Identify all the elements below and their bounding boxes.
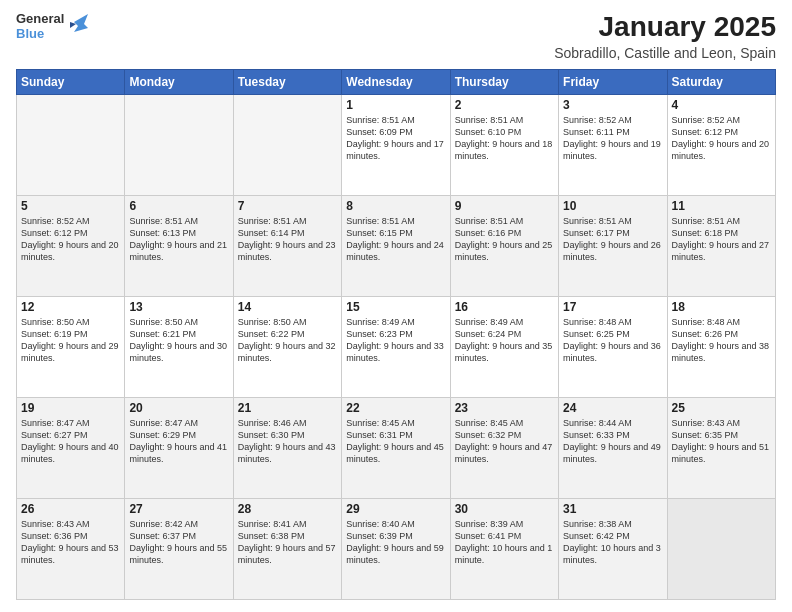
table-row: 24Sunrise: 8:44 AM Sunset: 6:33 PM Dayli…: [559, 397, 667, 498]
table-row: 8Sunrise: 8:51 AM Sunset: 6:15 PM Daylig…: [342, 195, 450, 296]
day-detail-text: Sunrise: 8:43 AM Sunset: 6:35 PM Dayligh…: [672, 417, 771, 466]
calendar-week-row: 12Sunrise: 8:50 AM Sunset: 6:19 PM Dayli…: [17, 296, 776, 397]
day-number: 13: [129, 300, 228, 314]
table-row: 3Sunrise: 8:52 AM Sunset: 6:11 PM Daylig…: [559, 94, 667, 195]
day-number: 7: [238, 199, 337, 213]
table-row: 5Sunrise: 8:52 AM Sunset: 6:12 PM Daylig…: [17, 195, 125, 296]
day-number: 27: [129, 502, 228, 516]
day-number: 2: [455, 98, 554, 112]
day-detail-text: Sunrise: 8:46 AM Sunset: 6:30 PM Dayligh…: [238, 417, 337, 466]
day-number: 31: [563, 502, 662, 516]
day-detail-text: Sunrise: 8:48 AM Sunset: 6:26 PM Dayligh…: [672, 316, 771, 365]
table-row: 28Sunrise: 8:41 AM Sunset: 6:38 PM Dayli…: [233, 498, 341, 599]
logo: General Blue: [16, 12, 88, 42]
page: General Blue January 2025 Sobradillo, Ca…: [0, 0, 792, 612]
table-row: 25Sunrise: 8:43 AM Sunset: 6:35 PM Dayli…: [667, 397, 775, 498]
day-number: 3: [563, 98, 662, 112]
day-number: 8: [346, 199, 445, 213]
table-row: 19Sunrise: 8:47 AM Sunset: 6:27 PM Dayli…: [17, 397, 125, 498]
table-row: 27Sunrise: 8:42 AM Sunset: 6:37 PM Dayli…: [125, 498, 233, 599]
day-number: 28: [238, 502, 337, 516]
calendar-week-row: 1Sunrise: 8:51 AM Sunset: 6:09 PM Daylig…: [17, 94, 776, 195]
day-detail-text: Sunrise: 8:47 AM Sunset: 6:29 PM Dayligh…: [129, 417, 228, 466]
table-row: 14Sunrise: 8:50 AM Sunset: 6:22 PM Dayli…: [233, 296, 341, 397]
table-row: [667, 498, 775, 599]
table-row: 9Sunrise: 8:51 AM Sunset: 6:16 PM Daylig…: [450, 195, 558, 296]
table-row: 6Sunrise: 8:51 AM Sunset: 6:13 PM Daylig…: [125, 195, 233, 296]
day-number: 25: [672, 401, 771, 415]
day-detail-text: Sunrise: 8:44 AM Sunset: 6:33 PM Dayligh…: [563, 417, 662, 466]
day-detail-text: Sunrise: 8:45 AM Sunset: 6:31 PM Dayligh…: [346, 417, 445, 466]
table-row: [233, 94, 341, 195]
day-number: 16: [455, 300, 554, 314]
day-number: 14: [238, 300, 337, 314]
day-detail-text: Sunrise: 8:38 AM Sunset: 6:42 PM Dayligh…: [563, 518, 662, 567]
location-subtitle: Sobradillo, Castille and Leon, Spain: [554, 45, 776, 61]
day-detail-text: Sunrise: 8:51 AM Sunset: 6:09 PM Dayligh…: [346, 114, 445, 163]
day-detail-text: Sunrise: 8:51 AM Sunset: 6:13 PM Dayligh…: [129, 215, 228, 264]
day-detail-text: Sunrise: 8:52 AM Sunset: 6:11 PM Dayligh…: [563, 114, 662, 163]
day-number: 4: [672, 98, 771, 112]
table-row: 29Sunrise: 8:40 AM Sunset: 6:39 PM Dayli…: [342, 498, 450, 599]
day-number: 26: [21, 502, 120, 516]
day-detail-text: Sunrise: 8:49 AM Sunset: 6:24 PM Dayligh…: [455, 316, 554, 365]
day-number: 11: [672, 199, 771, 213]
month-year-title: January 2025: [554, 12, 776, 43]
day-detail-text: Sunrise: 8:48 AM Sunset: 6:25 PM Dayligh…: [563, 316, 662, 365]
table-row: 4Sunrise: 8:52 AM Sunset: 6:12 PM Daylig…: [667, 94, 775, 195]
table-row: 31Sunrise: 8:38 AM Sunset: 6:42 PM Dayli…: [559, 498, 667, 599]
day-detail-text: Sunrise: 8:51 AM Sunset: 6:15 PM Dayligh…: [346, 215, 445, 264]
day-number: 24: [563, 401, 662, 415]
title-section: January 2025 Sobradillo, Castille and Le…: [554, 12, 776, 61]
day-detail-text: Sunrise: 8:52 AM Sunset: 6:12 PM Dayligh…: [672, 114, 771, 163]
table-row: [17, 94, 125, 195]
day-number: 17: [563, 300, 662, 314]
table-row: [125, 94, 233, 195]
header-monday: Monday: [125, 69, 233, 94]
logo-general: General: [16, 12, 64, 27]
day-number: 5: [21, 199, 120, 213]
header-tuesday: Tuesday: [233, 69, 341, 94]
day-number: 22: [346, 401, 445, 415]
calendar-week-row: 5Sunrise: 8:52 AM Sunset: 6:12 PM Daylig…: [17, 195, 776, 296]
day-number: 19: [21, 401, 120, 415]
day-number: 20: [129, 401, 228, 415]
day-detail-text: Sunrise: 8:50 AM Sunset: 6:21 PM Dayligh…: [129, 316, 228, 365]
day-detail-text: Sunrise: 8:40 AM Sunset: 6:39 PM Dayligh…: [346, 518, 445, 567]
day-detail-text: Sunrise: 8:51 AM Sunset: 6:17 PM Dayligh…: [563, 215, 662, 264]
logo-blue: Blue: [16, 27, 64, 42]
table-row: 21Sunrise: 8:46 AM Sunset: 6:30 PM Dayli…: [233, 397, 341, 498]
header-saturday: Saturday: [667, 69, 775, 94]
svg-marker-0: [74, 14, 88, 32]
logo-text: General Blue: [16, 12, 64, 42]
header-friday: Friday: [559, 69, 667, 94]
day-detail-text: Sunrise: 8:47 AM Sunset: 6:27 PM Dayligh…: [21, 417, 120, 466]
table-row: 11Sunrise: 8:51 AM Sunset: 6:18 PM Dayli…: [667, 195, 775, 296]
table-row: 12Sunrise: 8:50 AM Sunset: 6:19 PM Dayli…: [17, 296, 125, 397]
day-number: 10: [563, 199, 662, 213]
calendar-week-row: 19Sunrise: 8:47 AM Sunset: 6:27 PM Dayli…: [17, 397, 776, 498]
table-row: 18Sunrise: 8:48 AM Sunset: 6:26 PM Dayli…: [667, 296, 775, 397]
day-number: 9: [455, 199, 554, 213]
day-detail-text: Sunrise: 8:51 AM Sunset: 6:14 PM Dayligh…: [238, 215, 337, 264]
day-detail-text: Sunrise: 8:52 AM Sunset: 6:12 PM Dayligh…: [21, 215, 120, 264]
header-wednesday: Wednesday: [342, 69, 450, 94]
table-row: 20Sunrise: 8:47 AM Sunset: 6:29 PM Dayli…: [125, 397, 233, 498]
day-detail-text: Sunrise: 8:43 AM Sunset: 6:36 PM Dayligh…: [21, 518, 120, 567]
header-thursday: Thursday: [450, 69, 558, 94]
day-detail-text: Sunrise: 8:49 AM Sunset: 6:23 PM Dayligh…: [346, 316, 445, 365]
table-row: 1Sunrise: 8:51 AM Sunset: 6:09 PM Daylig…: [342, 94, 450, 195]
day-number: 1: [346, 98, 445, 112]
calendar-week-row: 26Sunrise: 8:43 AM Sunset: 6:36 PM Dayli…: [17, 498, 776, 599]
table-row: 7Sunrise: 8:51 AM Sunset: 6:14 PM Daylig…: [233, 195, 341, 296]
day-detail-text: Sunrise: 8:50 AM Sunset: 6:19 PM Dayligh…: [21, 316, 120, 365]
header: General Blue January 2025 Sobradillo, Ca…: [16, 12, 776, 61]
day-number: 21: [238, 401, 337, 415]
weekday-header-row: Sunday Monday Tuesday Wednesday Thursday…: [17, 69, 776, 94]
table-row: 15Sunrise: 8:49 AM Sunset: 6:23 PM Dayli…: [342, 296, 450, 397]
day-detail-text: Sunrise: 8:51 AM Sunset: 6:18 PM Dayligh…: [672, 215, 771, 264]
day-detail-text: Sunrise: 8:51 AM Sunset: 6:16 PM Dayligh…: [455, 215, 554, 264]
day-number: 12: [21, 300, 120, 314]
day-detail-text: Sunrise: 8:50 AM Sunset: 6:22 PM Dayligh…: [238, 316, 337, 365]
table-row: 22Sunrise: 8:45 AM Sunset: 6:31 PM Dayli…: [342, 397, 450, 498]
